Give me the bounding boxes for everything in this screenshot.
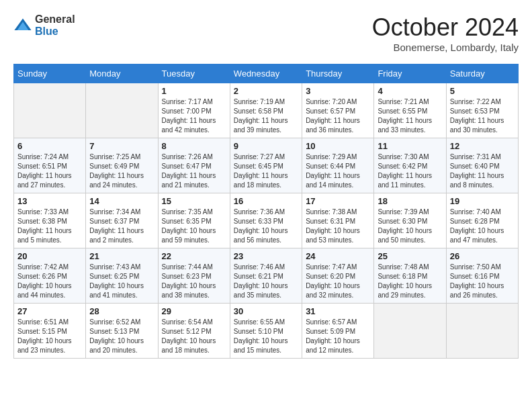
- day-info: Sunrise: 7:30 AM Sunset: 6:42 PM Dayligh…: [378, 152, 442, 190]
- logo-icon: [13, 16, 32, 35]
- calendar-cell: [14, 83, 86, 138]
- day-number: 24: [306, 251, 370, 261]
- day-info: Sunrise: 7:31 AM Sunset: 6:40 PM Dayligh…: [450, 152, 515, 190]
- title-block: October 2024 Bonemerse, Lombardy, Italy: [372, 13, 519, 53]
- calendar-cell: 13Sunrise: 7:33 AM Sunset: 6:38 PM Dayli…: [14, 193, 86, 248]
- day-number: 31: [306, 306, 370, 316]
- day-info: Sunrise: 7:19 AM Sunset: 6:58 PM Dayligh…: [234, 97, 298, 135]
- calendar-cell: 21Sunrise: 7:43 AM Sunset: 6:25 PM Dayli…: [86, 248, 158, 304]
- logo: General Blue: [13, 13, 75, 37]
- day-number: 1: [162, 86, 226, 96]
- day-number: 26: [450, 251, 515, 261]
- day-info: Sunrise: 7:38 AM Sunset: 6:31 PM Dayligh…: [306, 208, 370, 245]
- weekday-header-thursday: Thursday: [302, 64, 374, 83]
- day-info: Sunrise: 7:17 AM Sunset: 7:00 PM Dayligh…: [162, 97, 226, 135]
- day-info: Sunrise: 6:54 AM Sunset: 5:12 PM Dayligh…: [162, 318, 226, 355]
- calendar-cell: 9Sunrise: 7:27 AM Sunset: 6:45 PM Daylig…: [230, 138, 302, 193]
- day-info: Sunrise: 7:20 AM Sunset: 6:57 PM Dayligh…: [306, 97, 370, 135]
- calendar-cell: 12Sunrise: 7:31 AM Sunset: 6:40 PM Dayli…: [446, 138, 518, 193]
- calendar-cell: 29Sunrise: 6:54 AM Sunset: 5:12 PM Dayli…: [158, 304, 230, 359]
- calendar-header: SundayMondayTuesdayWednesdayThursdayFrid…: [14, 64, 519, 83]
- day-number: 19: [450, 196, 515, 206]
- day-number: 16: [234, 196, 298, 206]
- calendar-cell: 14Sunrise: 7:34 AM Sunset: 6:37 PM Dayli…: [86, 193, 158, 248]
- day-number: 18: [378, 196, 442, 206]
- weekday-header-saturday: Saturday: [446, 64, 518, 83]
- calendar-week-3: 13Sunrise: 7:33 AM Sunset: 6:38 PM Dayli…: [14, 193, 519, 248]
- weekday-header-wednesday: Wednesday: [230, 64, 302, 83]
- day-info: Sunrise: 6:51 AM Sunset: 5:15 PM Dayligh…: [17, 318, 82, 355]
- day-number: 3: [306, 86, 370, 96]
- day-info: Sunrise: 7:48 AM Sunset: 6:18 PM Dayligh…: [378, 263, 442, 300]
- day-info: Sunrise: 7:33 AM Sunset: 6:38 PM Dayligh…: [17, 208, 82, 245]
- calendar-week-4: 20Sunrise: 7:42 AM Sunset: 6:26 PM Dayli…: [14, 248, 519, 304]
- day-info: Sunrise: 7:22 AM Sunset: 6:53 PM Dayligh…: [450, 97, 515, 135]
- calendar-cell: 7Sunrise: 7:25 AM Sunset: 6:49 PM Daylig…: [86, 138, 158, 193]
- calendar-cell: 10Sunrise: 7:29 AM Sunset: 6:44 PM Dayli…: [302, 138, 374, 193]
- logo-text: General Blue: [35, 13, 75, 37]
- calendar-cell: [446, 304, 518, 359]
- calendar-cell: 23Sunrise: 7:46 AM Sunset: 6:21 PM Dayli…: [230, 248, 302, 304]
- calendar-cell: 19Sunrise: 7:40 AM Sunset: 6:28 PM Dayli…: [446, 193, 518, 248]
- calendar-cell: 31Sunrise: 6:57 AM Sunset: 5:09 PM Dayli…: [302, 304, 374, 359]
- day-number: 10: [306, 141, 370, 151]
- day-info: Sunrise: 7:42 AM Sunset: 6:26 PM Dayligh…: [17, 263, 82, 300]
- calendar-cell: 25Sunrise: 7:48 AM Sunset: 6:18 PM Dayli…: [374, 248, 446, 304]
- day-info: Sunrise: 7:27 AM Sunset: 6:45 PM Dayligh…: [234, 152, 298, 190]
- calendar-cell: 5Sunrise: 7:22 AM Sunset: 6:53 PM Daylig…: [446, 83, 518, 138]
- calendar-cell: 20Sunrise: 7:42 AM Sunset: 6:26 PM Dayli…: [14, 248, 86, 304]
- day-info: Sunrise: 7:21 AM Sunset: 6:55 PM Dayligh…: [378, 97, 442, 135]
- day-info: Sunrise: 7:24 AM Sunset: 6:51 PM Dayligh…: [17, 152, 82, 190]
- day-number: 21: [89, 251, 154, 261]
- calendar-cell: 3Sunrise: 7:20 AM Sunset: 6:57 PM Daylig…: [302, 83, 374, 138]
- weekday-header-monday: Monday: [86, 64, 158, 83]
- page-header: General Blue October 2024 Bonemerse, Lom…: [13, 13, 519, 53]
- day-info: Sunrise: 7:46 AM Sunset: 6:21 PM Dayligh…: [234, 263, 298, 300]
- calendar-cell: 2Sunrise: 7:19 AM Sunset: 6:58 PM Daylig…: [230, 83, 302, 138]
- day-number: 5: [450, 86, 515, 96]
- day-info: Sunrise: 7:34 AM Sunset: 6:37 PM Dayligh…: [89, 208, 154, 245]
- logo-blue-text: Blue: [35, 26, 75, 38]
- calendar-cell: 4Sunrise: 7:21 AM Sunset: 6:55 PM Daylig…: [374, 83, 446, 138]
- calendar-cell: 11Sunrise: 7:30 AM Sunset: 6:42 PM Dayli…: [374, 138, 446, 193]
- calendar-cell: 15Sunrise: 7:35 AM Sunset: 6:35 PM Dayli…: [158, 193, 230, 248]
- calendar-cell: 1Sunrise: 7:17 AM Sunset: 7:00 PM Daylig…: [158, 83, 230, 138]
- day-number: 28: [89, 306, 154, 316]
- calendar-cell: [374, 304, 446, 359]
- calendar-cell: 17Sunrise: 7:38 AM Sunset: 6:31 PM Dayli…: [302, 193, 374, 248]
- day-number: 12: [450, 141, 515, 151]
- weekday-header-tuesday: Tuesday: [158, 64, 230, 83]
- day-number: 30: [234, 306, 298, 316]
- day-number: 14: [89, 196, 154, 206]
- logo-general-text: General: [35, 13, 75, 26]
- day-number: 11: [378, 141, 442, 151]
- day-number: 6: [17, 141, 82, 151]
- weekday-header-friday: Friday: [374, 64, 446, 83]
- day-number: 4: [378, 86, 442, 96]
- calendar-cell: 30Sunrise: 6:55 AM Sunset: 5:10 PM Dayli…: [230, 304, 302, 359]
- day-number: 7: [89, 141, 154, 151]
- day-info: Sunrise: 7:47 AM Sunset: 6:20 PM Dayligh…: [306, 263, 370, 300]
- day-number: 13: [17, 196, 82, 206]
- calendar-table: SundayMondayTuesdayWednesdayThursdayFrid…: [13, 64, 519, 359]
- calendar-cell: 27Sunrise: 6:51 AM Sunset: 5:15 PM Dayli…: [14, 304, 86, 359]
- day-number: 20: [17, 251, 82, 261]
- day-info: Sunrise: 7:40 AM Sunset: 6:28 PM Dayligh…: [450, 208, 515, 245]
- day-info: Sunrise: 7:25 AM Sunset: 6:49 PM Dayligh…: [89, 152, 154, 190]
- day-number: 27: [17, 306, 82, 316]
- calendar-cell: 26Sunrise: 7:50 AM Sunset: 6:16 PM Dayli…: [446, 248, 518, 304]
- day-info: Sunrise: 6:55 AM Sunset: 5:10 PM Dayligh…: [234, 318, 298, 355]
- day-info: Sunrise: 7:50 AM Sunset: 6:16 PM Dayligh…: [450, 263, 515, 300]
- day-number: 9: [234, 141, 298, 151]
- day-info: Sunrise: 7:39 AM Sunset: 6:30 PM Dayligh…: [378, 208, 442, 245]
- location: Bonemerse, Lombardy, Italy: [372, 42, 519, 53]
- day-info: Sunrise: 7:44 AM Sunset: 6:23 PM Dayligh…: [162, 263, 226, 300]
- calendar-cell: 22Sunrise: 7:44 AM Sunset: 6:23 PM Dayli…: [158, 248, 230, 304]
- calendar-cell: 6Sunrise: 7:24 AM Sunset: 6:51 PM Daylig…: [14, 138, 86, 193]
- day-info: Sunrise: 7:36 AM Sunset: 6:33 PM Dayligh…: [234, 208, 298, 245]
- day-info: Sunrise: 7:26 AM Sunset: 6:47 PM Dayligh…: [162, 152, 226, 190]
- day-info: Sunrise: 7:43 AM Sunset: 6:25 PM Dayligh…: [89, 263, 154, 300]
- month-title: October 2024: [372, 13, 519, 42]
- day-info: Sunrise: 6:57 AM Sunset: 5:09 PM Dayligh…: [306, 318, 370, 355]
- day-number: 22: [162, 251, 226, 261]
